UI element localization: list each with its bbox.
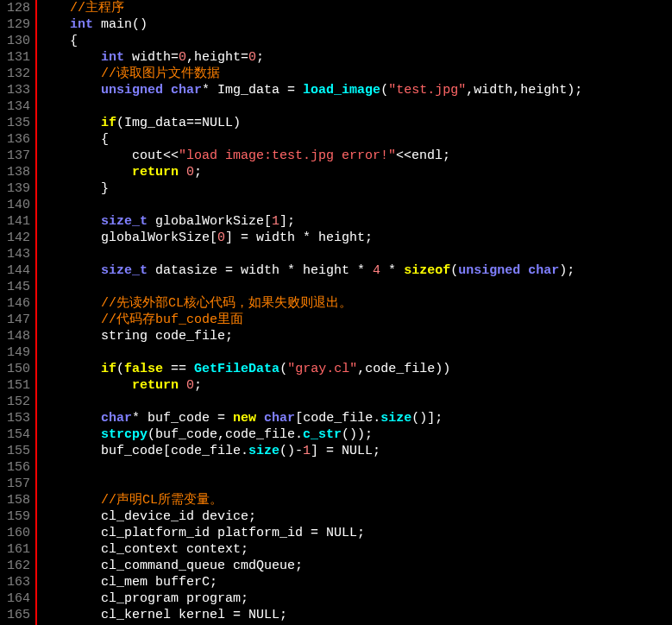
code-line: buf_code[code_file.size()-1] = NULL;: [39, 443, 672, 459]
code-line: //声明CL所需变量。: [39, 492, 672, 508]
code-line: cl_command_queue cmdQueue;: [39, 558, 672, 574]
line-number: 151: [7, 377, 30, 394]
code-line: cl_platform_id platform_id = NULL;: [39, 525, 672, 541]
code-line: [39, 197, 672, 213]
code-area[interactable]: //主程序 int main() { int width=0,height=0;…: [37, 0, 672, 625]
line-number: 163: [7, 574, 30, 590]
line-number: 152: [7, 394, 30, 410]
line-number: 142: [7, 230, 30, 246]
line-number: 153: [7, 410, 30, 426]
code-line: [39, 394, 672, 410]
line-number: 156: [7, 459, 30, 476]
line-number: 146: [7, 295, 30, 312]
line-number-gutter: 1281291301311321331341351361371381391401…: [0, 0, 35, 625]
code-line: //主程序: [39, 0, 672, 16]
line-number: 162: [7, 558, 30, 574]
line-number: 133: [7, 82, 30, 98]
line-number: 143: [7, 246, 30, 262]
code-line: return 0;: [39, 164, 672, 180]
code-line: [39, 459, 672, 476]
line-number: 158: [7, 492, 30, 508]
line-number: 159: [7, 508, 30, 525]
code-line: string code_file;: [39, 328, 672, 344]
line-number: 130: [7, 33, 30, 49]
code-line: size_t datasize = width * height * 4 * s…: [39, 262, 672, 279]
code-line: strcpy(buf_code,code_file.c_str());: [39, 426, 672, 443]
line-number: 134: [7, 98, 30, 115]
line-number: 139: [7, 180, 30, 197]
code-line: {: [39, 33, 672, 49]
code-line: int main(): [39, 16, 672, 33]
line-number: 141: [7, 213, 30, 230]
line-number: 136: [7, 131, 30, 148]
code-line: if(Img_data==NULL): [39, 115, 672, 131]
code-line: cl_mem bufferC;: [39, 574, 672, 590]
code-line: cl_program program;: [39, 590, 672, 607]
line-number: 131: [7, 49, 30, 66]
line-number: 137: [7, 148, 30, 164]
line-number: 135: [7, 115, 30, 131]
code-line: {: [39, 131, 672, 148]
line-number: 145: [7, 279, 30, 295]
code-line: [39, 98, 672, 115]
code-line: }: [39, 180, 672, 197]
line-number: 148: [7, 328, 30, 344]
code-line: size_t globalWorkSize[1];: [39, 213, 672, 230]
line-number: 129: [7, 16, 30, 33]
code-line: globalWorkSize[0] = width * height;: [39, 230, 672, 246]
code-line: if(false == GetFileData("gray.cl",code_f…: [39, 361, 672, 377]
code-line: //读取图片文件数据: [39, 66, 672, 82]
line-number: 155: [7, 443, 30, 459]
line-number: 147: [7, 312, 30, 328]
line-number: 161: [7, 541, 30, 558]
line-number: 138: [7, 164, 30, 180]
code-line: char* buf_code = new char[code_file.size…: [39, 410, 672, 426]
code-line: [39, 279, 672, 295]
line-number: 164: [7, 590, 30, 607]
code-line: [39, 344, 672, 361]
code-line: int width=0,height=0;: [39, 49, 672, 66]
line-number: 128: [7, 0, 30, 16]
line-number: 150: [7, 361, 30, 377]
code-line: cl_device_id device;: [39, 508, 672, 525]
line-number: 157: [7, 476, 30, 492]
code-line: //先读外部CL核心代码，如果失败则退出。: [39, 295, 672, 312]
line-number: 160: [7, 525, 30, 541]
code-line: [39, 246, 672, 262]
line-number: 149: [7, 344, 30, 361]
code-line: cl_context context;: [39, 541, 672, 558]
code-line: return 0;: [39, 377, 672, 394]
code-line: cl_kernel kernel = NULL;: [39, 607, 672, 623]
code-line: //代码存buf_code里面: [39, 312, 672, 328]
code-line: unsigned char* Img_data = load_image("te…: [39, 82, 672, 98]
code-line: [39, 476, 672, 492]
line-number: 144: [7, 262, 30, 279]
line-number: 140: [7, 197, 30, 213]
line-number: 132: [7, 66, 30, 82]
code-editor[interactable]: 1281291301311321331341351361371381391401…: [0, 0, 672, 625]
line-number: 154: [7, 426, 30, 443]
line-number: 165: [7, 607, 30, 623]
code-line: cout<<"load image:test.jpg error!"<<endl…: [39, 148, 672, 164]
